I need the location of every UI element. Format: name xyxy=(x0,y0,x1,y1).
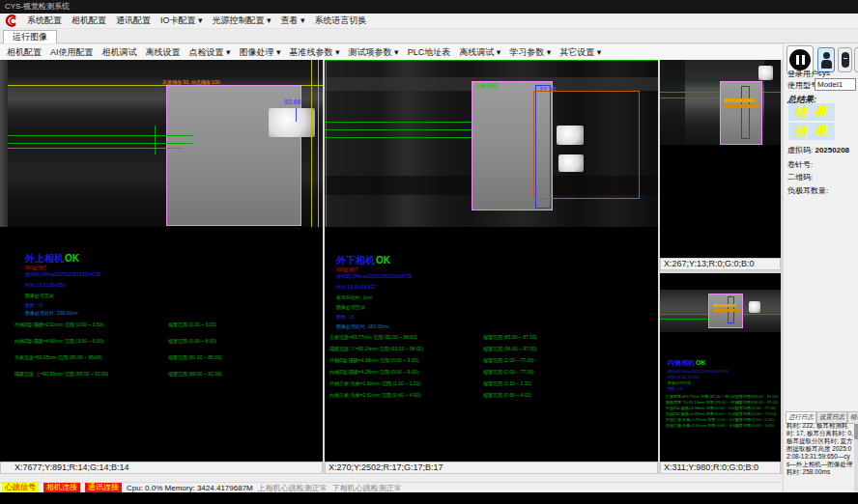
overlay-measure-line xyxy=(8,148,182,149)
measurement-row: 隔膜宽度-上=90.56mm 范围:(88.00 ~ 92.00) 报警范围:(… xyxy=(14,371,304,387)
measurement-row: 外侧Z辊-隔膜=4.38mm 范围:(0.00 ~ 9.00) 报警范围:(2.… xyxy=(329,357,648,369)
camera-image-outer-lower[interactable]: AI检测框 72.80 xyxy=(325,60,658,227)
upper-camera-heartbeat-status: 上相机心跳检测正常 xyxy=(258,483,328,493)
toolbar-item[interactable]: 图像处理 ▾ xyxy=(240,46,281,59)
measurement-alarm-range: 报警范围:(83.00 ~ 87.00) xyxy=(483,334,536,340)
measurement-alarm-range: 报警范围:(1.10 ~ 2.10) xyxy=(483,380,531,386)
measurement-value: 隔膜宽度-下=95.24mm 范围:(93.00 ~ 98.00) xyxy=(329,346,423,351)
turn-count-line: 圈数: 13 xyxy=(25,302,43,308)
overlay-measure-line xyxy=(325,137,472,138)
measurement-value: 外侧正极-负极=1.90mm 范围:(1.00 ~ 2.20) xyxy=(329,380,420,386)
field-negative-tab-count: 负极耳数量: xyxy=(787,185,828,196)
exit-button[interactable] xyxy=(854,47,858,72)
time-line: 时间:13-31-59-627 xyxy=(336,284,376,290)
measurement-row: 负极宽度=83.05mm 范围:(80.00 ~ 86.00) 报警范围:(81… xyxy=(14,354,304,371)
measurement-value: 正极宽度=83.77mm 范围:(82.00 ~ 88.00) xyxy=(666,394,735,399)
model-select[interactable]: Model1 xyxy=(815,78,856,91)
camera-name: 外下相机 xyxy=(336,255,375,266)
toolbar-item[interactable]: 相机调试 xyxy=(102,46,137,59)
time-line: 时间:13-31-59-650 xyxy=(25,282,65,288)
toolbar-item[interactable]: 其它设置 ▾ xyxy=(559,46,601,59)
measurement-alarm-range: 报警范围:(1.10 ~ 2.10) xyxy=(735,417,774,422)
cursor-readout-small-bottom: X:311;Y:980;R:0;G:0;B:0 xyxy=(660,462,781,474)
overlay-measure-line xyxy=(8,135,193,136)
image-band xyxy=(660,60,685,145)
camera-result-title: 内侧相机OK xyxy=(668,358,706,368)
camera-panel-small-bottom: 内侧相机OK 虚拟码:Offline20250208133134728 时间:1… xyxy=(660,273,781,462)
measurement-alarm-range: 报警范围:(81.00 ~ 85.00) xyxy=(168,354,221,360)
camera-panel-outer-lower: AI检测框 72.80 外下相机OK NG处理行 虚拟码:Offline2025… xyxy=(325,60,658,462)
overlay-ai-box-label: AI检测框 xyxy=(475,82,499,91)
overlay-tab-object xyxy=(749,301,760,313)
menu-item[interactable]: 通讯配置 xyxy=(116,14,151,27)
measurement-alarm-range: 报警范围:(0.60 ~ 4.00) xyxy=(483,392,531,398)
overlay-measure-line xyxy=(660,319,710,320)
measurement-row: 内侧Z辊-隔膜=4.60mm 范围:(3.00 ~ 6.00) 报警范围:(0.… xyxy=(14,338,304,354)
virtual-code-line: 虚拟码:Offline20250208133134728 xyxy=(25,271,100,277)
log-scrollbar-thumb[interactable] xyxy=(854,424,858,439)
measurement-value: 正极宽度=83.77mm 范围:(82.00 ~ 88.00) xyxy=(329,334,417,340)
menu-item[interactable]: IO卡配置 ▾ xyxy=(160,14,203,27)
camera-result-title: 外上相机OK xyxy=(25,252,79,266)
menu-item[interactable]: 相机配置 xyxy=(72,14,106,27)
lock-button[interactable] xyxy=(838,47,852,72)
toolbar-item[interactable]: AI使用配置 xyxy=(50,46,94,59)
log-scrollbar[interactable] xyxy=(854,422,858,491)
measurement-row: 内侧正极-负极=2.61mm 范围:(0.60 ~ 4.00) 报警范围:(0.… xyxy=(329,392,648,404)
overlay-measure-line xyxy=(325,122,472,123)
measurement-alarm-range: 报警范围:(83.00 ~ 87.00) xyxy=(735,394,778,399)
toolbar-item[interactable]: 点检设置 ▾ xyxy=(189,46,231,59)
turn-count-line: 圈数: 13 xyxy=(336,314,354,320)
toolbar-item[interactable]: 测试项参数 ▾ xyxy=(349,46,399,59)
virtual-code-line: 虚拟码:Offline20250208133134728 xyxy=(336,273,412,279)
field-qrcode: 二维码: xyxy=(787,172,813,182)
overlay-measure-line xyxy=(660,98,720,98)
overlay-border-line xyxy=(325,60,658,61)
result-badge-lower: 结 果 xyxy=(788,123,835,140)
overlay-tab-object xyxy=(758,66,773,80)
overlay-annotation xyxy=(713,309,739,312)
camera-note: NG处理行 xyxy=(336,266,358,272)
process-done-line: 图像处理完成 xyxy=(25,293,54,298)
menu-item[interactable]: 系统语言切换 xyxy=(315,14,367,27)
cpu-memory-readout: Cpu: 0.0% Memory: 3424.4179687M xyxy=(127,484,253,492)
menu-item[interactable]: 光源控制配置 ▾ xyxy=(213,14,272,27)
camera-image-small-top[interactable] xyxy=(660,60,781,145)
camera-name: 内侧相机 xyxy=(668,359,695,366)
measurement-alarm-range: 报警范围:(2.00 ~ 77.00) xyxy=(483,369,534,375)
turn-count-line: 圈数: 13 xyxy=(668,386,682,392)
toolbar-item[interactable]: 离线设置 xyxy=(146,46,181,59)
camera-image-outer-upper[interactable]: 灰度阈值:93, 动态阈值:100 92.66 xyxy=(8,60,323,227)
result-badge-upper: 结 果 xyxy=(788,103,835,121)
camera-image-small-bottom[interactable] xyxy=(660,290,781,332)
toolbar-item[interactable]: 相机配置 xyxy=(7,46,42,59)
overlay-vline xyxy=(318,60,319,227)
toolbar-item[interactable]: PLC地址表 xyxy=(408,46,451,59)
camera-name: 外上相机 xyxy=(25,253,64,264)
overlay-tab-object xyxy=(557,126,584,145)
toolbar-item[interactable]: 离线调试 ▾ xyxy=(459,46,500,59)
pause-icon xyxy=(789,49,811,70)
overlay-measure-line xyxy=(8,143,193,144)
field-virtual-code: 虚拟码: 20250208 xyxy=(787,145,849,155)
tab-run-image[interactable]: 运行图像 xyxy=(3,30,57,44)
toolbar-item[interactable]: 学习参数 ▾ xyxy=(509,46,551,59)
measurement-value: 内侧正极-负极=2.61mm 范围:(0.60 ~ 4.00) xyxy=(666,423,738,428)
overlay-annotation xyxy=(713,304,736,307)
tab-strip: 运行图像 xyxy=(0,29,858,43)
cursor-readout-left: X:7677;Y:891;R:14;G:14;B:14 xyxy=(0,462,323,474)
menu-item[interactable]: 系统配置 xyxy=(27,14,62,27)
overlay-measure-label: 92.66 xyxy=(284,98,301,105)
measurement-value: 外侧Z辊-隔膜=2.91mm 范围:(2.00 ~ 3.50) xyxy=(14,322,103,327)
toolbar-item[interactable]: 基准线参数 ▾ xyxy=(290,46,340,59)
overlay-tab-object xyxy=(269,108,315,137)
measurement-row: 正极宽度=83.77mm 范围:(82.00 ~ 88.00) 报警范围:(83… xyxy=(329,334,648,346)
measurement-value: 内侧正极-负极=2.61mm 范围:(0.60 ~ 4.00) xyxy=(329,392,420,398)
window-title: CYS-视觉检测系统 xyxy=(5,2,70,11)
menu-item[interactable]: 查看 ▾ xyxy=(281,14,305,27)
lock-icon xyxy=(842,52,849,68)
camera-panel-outer-upper: 灰度阈值:93, 动态阈值:100 92.66 外上相机OK NG处理行 虚拟码… xyxy=(0,60,323,462)
window-titlebar: CYS-视觉检测系统 xyxy=(0,0,858,14)
elapsed-line: 图像处理耗时: 183.00ms xyxy=(336,323,389,329)
measurement-alarm-range: 报警范围:(0.60 ~ 4.00) xyxy=(735,423,774,428)
